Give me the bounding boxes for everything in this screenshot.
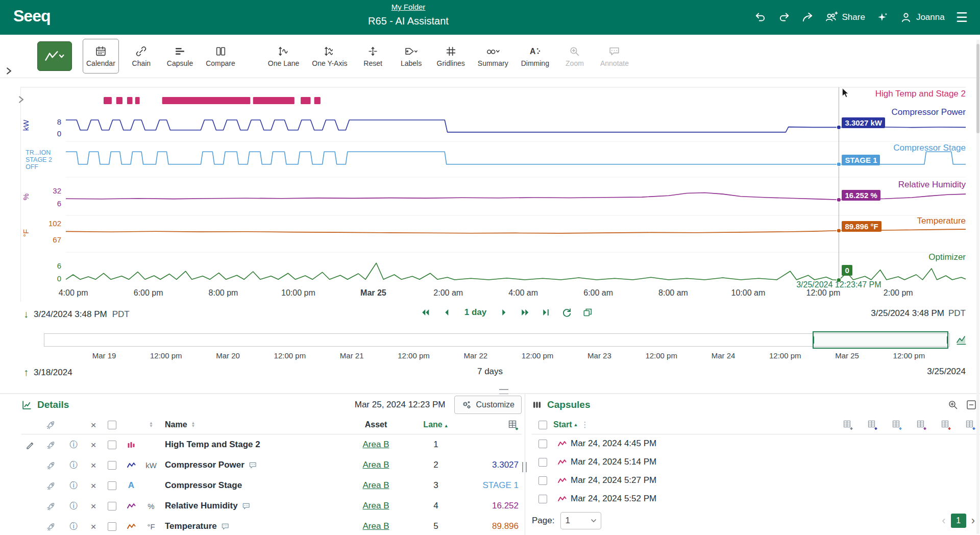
toolbar-reset-button[interactable]: Reset bbox=[357, 39, 389, 74]
undo-icon[interactable] bbox=[754, 11, 767, 23]
selection-left-handle[interactable] bbox=[813, 336, 814, 344]
user-menu[interactable]: Joanna bbox=[900, 11, 945, 23]
step-forward-half-icon[interactable] bbox=[499, 307, 509, 318]
toolbar-one-lane-button[interactable]: One Lane bbox=[265, 39, 303, 74]
capsules-zoom-icon[interactable] bbox=[947, 399, 959, 410]
toolbar-zoom-button[interactable]: Zoom bbox=[559, 39, 591, 74]
signal-line-relative-humidity[interactable] bbox=[66, 193, 966, 200]
page-select[interactable]: 1 bbox=[560, 512, 601, 529]
capsule-bar[interactable] bbox=[116, 97, 122, 104]
asset-link[interactable]: Area B bbox=[341, 501, 410, 511]
signal-label-high-temp-and-stage-2[interactable]: High Temp and Stage 2 bbox=[875, 89, 966, 99]
item-info-icon[interactable]: ⓘ bbox=[63, 461, 84, 469]
investigate-end-date[interactable]: 3/25/2024 bbox=[927, 367, 966, 377]
share-button[interactable]: Share bbox=[825, 11, 865, 23]
item-info-icon[interactable]: ⓘ bbox=[63, 522, 84, 530]
item-name[interactable]: Compressor Power bbox=[165, 460, 244, 470]
add-details-column-icon[interactable] bbox=[461, 420, 522, 430]
trend-chart-area[interactable]: kW80TR...IONSTAGE 2OFF%326°F10267604:00 … bbox=[0, 78, 980, 306]
asset-swap-icon[interactable] bbox=[39, 481, 63, 490]
comment-icon[interactable] bbox=[242, 502, 251, 510]
duration-label[interactable]: 1 day bbox=[464, 307, 486, 318]
edit-pencil-icon[interactable] bbox=[21, 440, 39, 449]
refresh-icon[interactable] bbox=[561, 307, 572, 318]
capsules-collapse-icon[interactable] bbox=[966, 399, 977, 410]
signal-label-relative-humidity[interactable]: Relative Humidity bbox=[898, 180, 966, 190]
hamburger-menu-icon[interactable]: ☰ bbox=[956, 11, 968, 24]
start-column-header[interactable]: Start ▲ ⋮ bbox=[553, 420, 589, 429]
current-page-button[interactable]: 1 bbox=[951, 514, 966, 528]
capsule-bar[interactable] bbox=[314, 97, 321, 104]
panel-splitter-handle[interactable] bbox=[522, 462, 527, 472]
toolbar-gridlines-button[interactable]: Gridlines bbox=[434, 39, 468, 74]
item-name[interactable]: Compressor Stage bbox=[165, 480, 242, 491]
capsule-bar[interactable] bbox=[135, 97, 140, 104]
signal-label-temperature[interactable]: Temperature bbox=[917, 216, 966, 226]
item-checkbox[interactable] bbox=[103, 502, 121, 510]
overview-selection[interactable] bbox=[813, 331, 948, 349]
asset-link[interactable]: Area B bbox=[341, 480, 410, 491]
customize-button[interactable]: Customize bbox=[454, 396, 522, 414]
redo-icon[interactable] bbox=[778, 11, 790, 23]
selection-right-handle[interactable] bbox=[947, 336, 948, 344]
asset-link[interactable]: Area B bbox=[341, 440, 410, 450]
item-name[interactable]: High Temp and Stage 2 bbox=[165, 440, 260, 450]
range-end[interactable]: 3/25/2024 3:48 PM bbox=[871, 308, 944, 319]
seeq-logo[interactable]: Seeq bbox=[13, 7, 50, 26]
add-column-icon[interactable] bbox=[892, 420, 902, 430]
signal-label-compressor-stage[interactable]: Compressor Stage bbox=[893, 143, 966, 153]
trend-plot[interactable] bbox=[0, 78, 980, 306]
item-name[interactable]: Relative Humidity bbox=[165, 501, 238, 511]
sort-type-control[interactable]: ▲▼ bbox=[149, 422, 153, 428]
select-all-capsules-checkbox[interactable] bbox=[538, 421, 547, 429]
ai-sparkle-icon[interactable] bbox=[876, 11, 889, 23]
range-start-arrow-icon[interactable]: ↓ bbox=[23, 308, 29, 320]
signal-line-optimizer[interactable] bbox=[66, 263, 966, 280]
overview-zoom-icon[interactable] bbox=[955, 334, 968, 346]
share-forward-icon[interactable] bbox=[801, 11, 814, 23]
item-checkbox[interactable] bbox=[103, 522, 121, 531]
toolbar-chain-button[interactable]: Chain bbox=[126, 39, 157, 74]
capsule-bar[interactable] bbox=[104, 97, 112, 104]
asset-swap-icon[interactable] bbox=[39, 461, 63, 470]
item-info-icon[interactable]: ⓘ bbox=[63, 441, 84, 449]
capsule-checkbox[interactable] bbox=[532, 495, 553, 503]
asset-link[interactable]: Area B bbox=[341, 521, 410, 531]
signal-label-compressor-power[interactable]: Compressor Power bbox=[892, 107, 966, 117]
column-menu-icon[interactable]: ⋮ bbox=[581, 420, 589, 429]
add-column-icon[interactable] bbox=[965, 420, 976, 430]
remove-item-icon[interactable]: × bbox=[84, 460, 103, 470]
toolbar-annotate-button[interactable]: Annotate bbox=[597, 39, 632, 74]
add-column-icon[interactable] bbox=[941, 420, 951, 430]
capsule-bar[interactable] bbox=[127, 97, 133, 104]
select-all-checkbox[interactable] bbox=[108, 421, 116, 429]
comment-icon[interactable] bbox=[221, 522, 230, 531]
remove-item-icon[interactable]: × bbox=[84, 522, 103, 531]
item-info-icon[interactable]: ⓘ bbox=[63, 481, 84, 490]
item-checkbox[interactable] bbox=[103, 441, 121, 449]
signal-line-compressor-power[interactable] bbox=[66, 120, 966, 132]
item-name[interactable]: Temperature bbox=[165, 521, 217, 531]
item-checkbox[interactable] bbox=[103, 481, 121, 490]
toolbar-dimming-button[interactable]: A Dimming bbox=[518, 39, 552, 74]
next-page-icon[interactable]: › bbox=[971, 515, 975, 526]
toolbar-calendar-button[interactable]: Calendar bbox=[83, 39, 119, 74]
name-column-header[interactable]: Name bbox=[165, 420, 187, 429]
signal-line-compressor-stage[interactable] bbox=[66, 152, 966, 164]
capsule-checkbox[interactable] bbox=[532, 458, 553, 467]
signal-line-temperature[interactable] bbox=[66, 229, 966, 233]
capsule-bar[interactable] bbox=[301, 97, 310, 104]
trend-view-button[interactable] bbox=[37, 41, 72, 71]
asset-column-header[interactable]: Asset bbox=[341, 420, 410, 429]
investigate-span[interactable]: 7 days bbox=[0, 367, 980, 377]
add-column-icon[interactable] bbox=[843, 420, 853, 430]
add-column-icon[interactable] bbox=[867, 420, 878, 430]
asset-swap-icon[interactable] bbox=[39, 441, 63, 449]
expand-worksheets-panel-chevron[interactable] bbox=[6, 67, 12, 75]
step-to-end-icon[interactable] bbox=[541, 307, 551, 318]
remove-item-icon[interactable]: × bbox=[84, 481, 103, 491]
add-column-icon[interactable] bbox=[916, 420, 927, 430]
signal-label-optimizer[interactable]: Optimizer bbox=[928, 252, 966, 262]
lane-column-header[interactable]: Lane▲ bbox=[410, 420, 461, 429]
capsule-bar[interactable] bbox=[253, 97, 295, 104]
